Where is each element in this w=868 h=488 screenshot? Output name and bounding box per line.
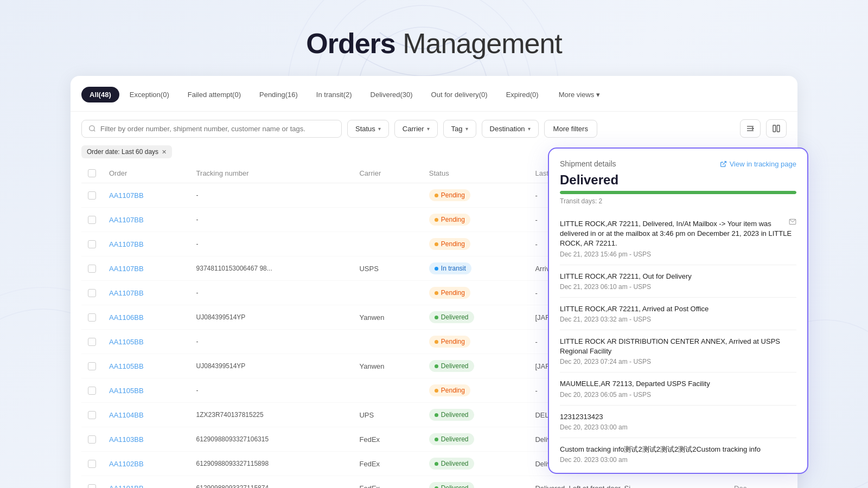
- row-checkbox[interactable]: [88, 240, 96, 248]
- order-link[interactable]: AA1107BB: [109, 216, 144, 224]
- status-filter-button[interactable]: Status ▾: [347, 120, 389, 138]
- tracking-number: -: [190, 232, 353, 256]
- chevron-down-icon: ▾: [427, 126, 430, 132]
- order-link[interactable]: AA1106BB: [109, 313, 144, 322]
- status-badge: Delivered: [429, 458, 474, 470]
- order-link[interactable]: AA1107BB: [109, 289, 144, 297]
- select-all-checkbox[interactable]: [88, 169, 96, 177]
- timeline-event-text: 12312313423: [560, 412, 796, 422]
- status-dot: [435, 462, 438, 466]
- status-dot: [435, 389, 438, 393]
- status-badge: Pending: [429, 189, 470, 201]
- row-checkbox[interactable]: [88, 411, 96, 419]
- timeline-item: Custom tracking info测试2测试2测试2测试2Custom t…: [560, 438, 796, 462]
- carrier: [353, 281, 422, 305]
- status-cell: Delivered: [423, 476, 529, 489]
- timeline-event-text: LITTLE ROCK,AR 72211, Delivered, In/At M…: [560, 219, 796, 249]
- carrier: FedEx: [353, 427, 422, 452]
- row-checkbox[interactable]: [88, 289, 96, 297]
- timeline-event-meta: Dec 20, 2023 03:00 am: [560, 456, 796, 462]
- search-input[interactable]: [100, 125, 335, 133]
- timeline-event-text: Custom tracking info测试2测试2测试2测试2Custom t…: [560, 445, 796, 454]
- tracking-number: -: [190, 378, 353, 403]
- status-badge: Pending: [429, 238, 470, 250]
- order-link[interactable]: AA1107BB: [109, 240, 144, 248]
- progress-bar: [560, 191, 796, 194]
- tab-in-transit[interactable]: In transit(2): [308, 87, 360, 102]
- status-cell: Delivered: [423, 354, 529, 378]
- status-cell: Delivered: [423, 452, 529, 476]
- row-checkbox[interactable]: [88, 460, 96, 468]
- row-checkbox[interactable]: [88, 435, 96, 444]
- tracking-number: 61290988093327106315: [190, 427, 353, 452]
- filter-row: Status ▾ Carrier ▾ Tag ▾ Destination ▾ M…: [71, 112, 797, 145]
- order-link[interactable]: AA1101BB: [109, 484, 144, 489]
- tab-out-delivery[interactable]: Out for delivery(0): [423, 87, 496, 102]
- carrier: UPS: [353, 403, 422, 427]
- svg-line-14: [723, 161, 726, 164]
- status-badge: Delivered: [429, 433, 474, 445]
- row-checkbox[interactable]: [88, 191, 96, 200]
- page-title-normal: Management: [395, 28, 562, 59]
- status-cell: Pending: [423, 232, 529, 256]
- more-views-button[interactable]: More views ▾: [551, 87, 608, 102]
- carrier: [353, 378, 422, 403]
- remove-filter-button[interactable]: ✕: [162, 149, 167, 156]
- tab-pending[interactable]: Pending(16): [251, 87, 306, 102]
- order-link[interactable]: AA1107BB: [109, 265, 144, 273]
- columns-icon-button[interactable]: [766, 119, 787, 138]
- search-box[interactable]: [81, 120, 342, 138]
- row-checkbox[interactable]: [88, 484, 96, 489]
- row-checkbox[interactable]: [88, 387, 96, 395]
- email-icon: [789, 218, 796, 228]
- more-filters-button[interactable]: More filters: [544, 120, 597, 138]
- col-order: Order: [103, 164, 190, 183]
- svg-line-8: [94, 130, 95, 132]
- svg-rect-12: [773, 125, 776, 132]
- carrier: FedEx: [353, 476, 422, 489]
- last-event: Delivered, Left at front door. Si...: [528, 476, 727, 489]
- view-tracking-link[interactable]: View in tracking page: [720, 160, 796, 168]
- status-cell: Pending: [423, 183, 529, 208]
- tab-expired[interactable]: Expired(0): [498, 87, 547, 102]
- order-link[interactable]: AA1107BB: [109, 191, 144, 200]
- order-link[interactable]: AA1104BB: [109, 411, 144, 419]
- tracking-number: UJ084399514YP: [190, 354, 353, 378]
- tab-failed[interactable]: Failed attempt(0): [180, 87, 249, 102]
- status-dot: [435, 486, 438, 489]
- row-checkbox[interactable]: [88, 216, 96, 224]
- sort-icon-button[interactable]: [740, 119, 761, 138]
- sort-icon: [746, 124, 755, 133]
- transit-days: Transit days: 2: [560, 197, 796, 205]
- order-link[interactable]: AA1105BB: [109, 362, 144, 370]
- carrier: [353, 330, 422, 354]
- status-badge: Pending: [429, 214, 470, 226]
- status-badge: Pending: [429, 287, 470, 299]
- carrier-filter-button[interactable]: Carrier ▾: [394, 120, 438, 138]
- progress-bar-fill: [560, 191, 796, 194]
- status-dot: [435, 242, 438, 246]
- carrier: FedEx: [353, 452, 422, 476]
- tag-filter-button[interactable]: Tag ▾: [443, 120, 476, 138]
- order-link[interactable]: AA1105BB: [109, 338, 144, 346]
- chevron-down-icon: ▾: [596, 91, 600, 99]
- shipment-details-panel: Shipment details View in tracking page D…: [548, 147, 808, 474]
- status-cell: Pending: [423, 208, 529, 232]
- order-link[interactable]: AA1102BB: [109, 460, 144, 468]
- row-checkbox[interactable]: [88, 362, 96, 370]
- status-dot: [435, 364, 438, 368]
- timeline-event-meta: Dec 21, 2023 03:32 am - USPS: [560, 316, 796, 323]
- row-checkbox[interactable]: [88, 265, 96, 273]
- order-link[interactable]: AA1103BB: [109, 435, 144, 444]
- row-checkbox[interactable]: [88, 313, 96, 322]
- status-cell: Delivered: [423, 427, 529, 452]
- status-dot: [435, 267, 438, 271]
- row-checkbox[interactable]: [88, 338, 96, 346]
- order-link[interactable]: AA1105BB: [109, 387, 144, 395]
- destination-filter-button[interactable]: Destination ▾: [482, 120, 539, 138]
- col-carrier: Carrier: [353, 164, 422, 183]
- tab-all[interactable]: All(48): [81, 87, 119, 102]
- tab-delivered[interactable]: Delivered(30): [362, 87, 421, 102]
- status-dot: [435, 291, 438, 295]
- tab-exception[interactable]: Exception(0): [122, 87, 177, 102]
